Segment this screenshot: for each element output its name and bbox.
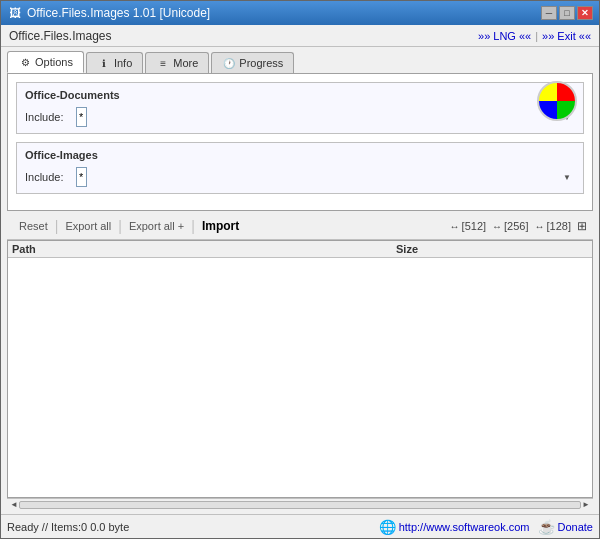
scrollbar-track[interactable] bbox=[19, 501, 581, 509]
app-logo bbox=[537, 81, 577, 121]
main-window: 🖼 Office.Files.Images 1.01 [Unicode] ─ □… bbox=[0, 0, 600, 539]
export-all-button[interactable]: Export all bbox=[59, 218, 117, 234]
title-bar-left: 🖼 Office.Files.Images 1.01 [Unicode] bbox=[7, 5, 210, 21]
import-button[interactable]: Import bbox=[196, 217, 245, 235]
globe-icon: 🌐 bbox=[379, 519, 396, 535]
size-512-button[interactable]: ↔ [512] bbox=[450, 220, 486, 232]
donate-link[interactable]: ☕ Donate bbox=[538, 519, 593, 535]
tab-progress[interactable]: 🕐 Progress bbox=[211, 52, 294, 73]
scroll-right-button[interactable]: ► bbox=[581, 500, 591, 509]
resize-icon-512: ↔ bbox=[450, 221, 460, 232]
file-list-body[interactable] bbox=[8, 258, 592, 497]
images-include-label: Include: bbox=[25, 171, 70, 183]
title-buttons: ─ □ ✕ bbox=[541, 6, 593, 20]
size-128-button[interactable]: ↔ [128] bbox=[535, 220, 571, 232]
window-title: Office.Files.Images 1.01 [Unicode] bbox=[27, 6, 210, 20]
documents-select-wrapper: * bbox=[76, 107, 575, 127]
menubar-separator: | bbox=[535, 30, 538, 42]
exit-button[interactable]: »» Exit «« bbox=[542, 30, 591, 42]
documents-include-label: Include: bbox=[25, 111, 70, 123]
menubar-right: »» LNG «« | »» Exit «« bbox=[478, 30, 591, 42]
col-size-header: Size bbox=[396, 243, 588, 255]
scrollbar-area: ◄ ► bbox=[7, 498, 593, 510]
status-bar: Ready // Items:0 0.0 byte 🌐 http://www.s… bbox=[1, 514, 599, 538]
file-list-header: Path Size bbox=[8, 241, 592, 258]
title-bar: 🖼 Office.Files.Images 1.01 [Unicode] ─ □… bbox=[1, 1, 599, 25]
documents-include-select[interactable]: * bbox=[76, 107, 87, 127]
app-icon: 🖼 bbox=[7, 5, 23, 21]
website-link[interactable]: 🌐 http://www.softwareok.com bbox=[379, 519, 530, 535]
donate-icon: ☕ bbox=[538, 519, 555, 535]
tabs-bar: ⚙ Options ℹ Info ≡ More 🕐 Progress bbox=[7, 51, 593, 73]
menubar: Office.Files.Images »» LNG «« | »» Exit … bbox=[1, 25, 599, 47]
documents-section-title: Office-Documents bbox=[25, 89, 575, 101]
info-tab-icon: ℹ bbox=[97, 56, 111, 70]
status-right: 🌐 http://www.softwareok.com ☕ Donate bbox=[379, 519, 593, 535]
tab-options[interactable]: ⚙ Options bbox=[7, 51, 84, 73]
content-area: ⚙ Options ℹ Info ≡ More 🕐 Progress Offic… bbox=[1, 47, 599, 514]
tab-more[interactable]: ≡ More bbox=[145, 52, 209, 73]
documents-section: Office-Documents Include: * bbox=[16, 82, 584, 134]
tab-options-label: Options bbox=[35, 56, 73, 68]
toolbar-row: Reset | Export all | Export all + | Impo… bbox=[7, 213, 593, 240]
tab-more-label: More bbox=[173, 57, 198, 69]
images-select-wrapper: * bbox=[76, 167, 575, 187]
images-section: Office-Images Include: * bbox=[16, 142, 584, 194]
reset-button[interactable]: Reset bbox=[13, 218, 54, 234]
progress-tab-icon: 🕐 bbox=[222, 56, 236, 70]
toolbar-right: ↔ [512] ↔ [256] ↔ [128] ⊞ bbox=[450, 219, 587, 233]
export-all-plus-button[interactable]: Export all + bbox=[123, 218, 190, 234]
documents-include-row: Include: * bbox=[25, 107, 575, 127]
images-section-title: Office-Images bbox=[25, 149, 575, 161]
tab-panel-wrapper: Office-Documents Include: * Office-Image… bbox=[7, 73, 593, 211]
maximize-button[interactable]: □ bbox=[559, 6, 575, 20]
col-path-header: Path bbox=[12, 243, 396, 255]
tab-panel-options: Office-Documents Include: * Office-Image… bbox=[7, 73, 593, 211]
app-title: Office.Files.Images bbox=[9, 29, 111, 43]
status-text: Ready // Items:0 0.0 byte bbox=[7, 521, 129, 533]
images-include-select[interactable]: * bbox=[76, 167, 87, 187]
tab-info-label: Info bbox=[114, 57, 132, 69]
tab-progress-label: Progress bbox=[239, 57, 283, 69]
more-tab-icon: ≡ bbox=[156, 56, 170, 70]
tab-info[interactable]: ℹ Info bbox=[86, 52, 143, 73]
size-256-button[interactable]: ↔ [256] bbox=[492, 220, 528, 232]
resize-icon-128: ↔ bbox=[535, 221, 545, 232]
options-tab-icon: ⚙ bbox=[18, 55, 32, 69]
lng-button[interactable]: »» LNG «« bbox=[478, 30, 531, 42]
images-include-row: Include: * bbox=[25, 167, 575, 187]
scroll-left-button[interactable]: ◄ bbox=[9, 500, 19, 509]
close-button[interactable]: ✕ bbox=[577, 6, 593, 20]
file-list: Path Size bbox=[7, 240, 593, 498]
resize-icon-256: ↔ bbox=[492, 221, 502, 232]
minimize-button[interactable]: ─ bbox=[541, 6, 557, 20]
grid-view-button[interactable]: ⊞ bbox=[577, 219, 587, 233]
